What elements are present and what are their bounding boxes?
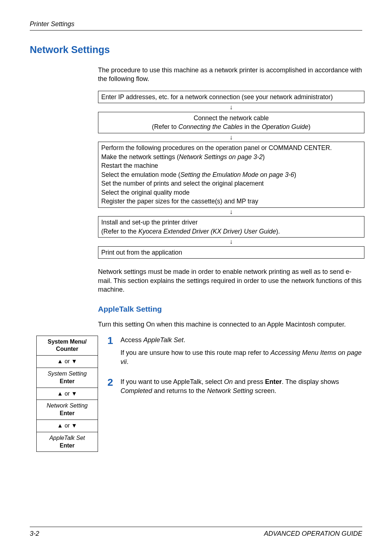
text: . (183, 336, 185, 344)
step-1: 1 Access AppleTalk Set. If you are unsur… (107, 336, 362, 370)
text: If you want to use AppleTalk, select (121, 378, 224, 385)
ref-emulation-mode: Setting the Emulation Mode on page 3-6 (180, 171, 294, 178)
text: . (127, 358, 128, 365)
route-system-menu: System Menu/ Counter (37, 336, 98, 356)
text-completed: Completed (121, 387, 152, 394)
text-network-setting: Network Setting (207, 387, 253, 394)
flow-step-3-line4: Select the emulation mode (Setting the E… (101, 170, 361, 179)
flow-arrow-icon: ↓ (98, 208, 364, 216)
text: (Refer to (152, 123, 179, 130)
heading-appletalk: AppleTalk Setting (98, 305, 362, 313)
step-number: 1 (107, 336, 115, 370)
text: in the (243, 123, 262, 130)
text: Access (121, 336, 143, 344)
text: and press (233, 378, 265, 385)
flow-arrow-icon: ↓ (98, 103, 364, 112)
text: Enter (60, 442, 75, 449)
route-nav: ▲ or ▼ (37, 388, 98, 400)
intro-paragraph: The procedure to use this machine as a n… (98, 66, 362, 84)
text: Make the network settings ( (101, 153, 179, 161)
text: (Refer to the (101, 228, 138, 235)
text: Enter (60, 378, 75, 384)
flow-step-5: Print out from the application (98, 246, 364, 259)
text: AppleTalk Set (49, 435, 85, 441)
text: ). (276, 228, 280, 235)
route-nav: ▲ or ▼ (37, 420, 98, 432)
flow-step-1: Enter IP addresses, etc. for a network c… (98, 91, 364, 104)
flow-step-3-line2: Make the network settings (Network Setti… (101, 153, 361, 162)
text: ) (294, 171, 296, 178)
text: System Setting (48, 370, 87, 377)
step-2-body: If you want to use AppleTalk, select On … (121, 377, 362, 399)
route-network-setting: Network Setting Enter (37, 400, 98, 420)
flow-arrow-icon: ↓ (98, 238, 364, 246)
heading-network-settings: Network Settings (30, 44, 362, 56)
text: Select the emulation mode ( (101, 171, 180, 178)
footer-guide-title: ADVANCED OPERATION GUIDE (264, 530, 362, 538)
appletalk-intro: Turn this setting On when this machine i… (98, 320, 362, 329)
route-appletalk-set: AppleTalk Set Enter (37, 432, 98, 452)
text: If you are unsure how to use this route … (121, 349, 270, 356)
flow-step-3: Perform the following procedures on the … (98, 142, 364, 208)
text: screen. (253, 387, 276, 394)
ref-appletalk-set: AppleTalk Set (143, 336, 183, 344)
ref-connecting-cables: Connecting the Cables (179, 123, 243, 130)
text: ) (309, 123, 311, 130)
text-on: On (224, 378, 233, 385)
text: and returns to the (152, 387, 207, 394)
step-1-body: Access AppleTalk Set. If you are unsure … (121, 336, 362, 370)
flow-step-4: Install and set-up the printer driver (R… (98, 216, 364, 238)
ref-operation-guide: Operation Guide (262, 123, 308, 130)
flow-step-2-line1: Connect the network cable (101, 114, 361, 123)
flow-step-4-line2: (Refer to the Kyocera Extended Driver (K… (101, 227, 361, 236)
flow-arrow-icon: ↓ (98, 133, 364, 142)
flow-step-2: Connect the network cable (Refer to Conn… (98, 112, 364, 133)
route-system-setting: System Setting Enter (37, 368, 98, 388)
page-footer: 3-2 ADVANCED OPERATION GUIDE (30, 527, 362, 538)
network-settings-note: Network settings must be made in order t… (98, 267, 362, 294)
ref-kx-driver-guide: Kyocera Extended Driver (KX Driver) User… (138, 228, 276, 235)
route-map-table: System Menu/ Counter ▲ or ▼ System Setti… (36, 336, 98, 452)
flow-step-4-line1: Install and set-up the printer driver (101, 218, 361, 227)
page-number: 3-2 (30, 530, 39, 538)
flow-step-3-line7: Register the paper sizes for the cassett… (101, 197, 361, 206)
flow-step-3-line6: Select the original quality mode (101, 188, 361, 197)
route-nav: ▲ or ▼ (37, 356, 98, 368)
text: System Menu/ (48, 339, 87, 345)
page-header: Printer Settings (30, 20, 362, 31)
text-enter: Enter (265, 378, 282, 385)
ref-network-settings: Network Settings on page 3-2 (179, 153, 263, 161)
flow-step-3-line3: Restart the machine (101, 161, 361, 170)
text: Network Setting (47, 402, 88, 409)
flow-step-3-line5: Set the number of prints and select the … (101, 179, 361, 188)
steps-list: 1 Access AppleTalk Set. If you are unsur… (107, 336, 362, 407)
text: ) (263, 153, 265, 161)
flow-step-3-line1: Perform the following procedures on the … (101, 143, 361, 153)
step-2: 2 If you want to use AppleTalk, select O… (107, 377, 362, 399)
flow-step-2-line2: (Refer to Connecting the Cables in the O… (101, 122, 361, 131)
text: Counter (56, 346, 78, 352)
text: Enter (60, 410, 75, 416)
text: . The display shows (282, 378, 339, 385)
step-number: 2 (107, 377, 115, 399)
